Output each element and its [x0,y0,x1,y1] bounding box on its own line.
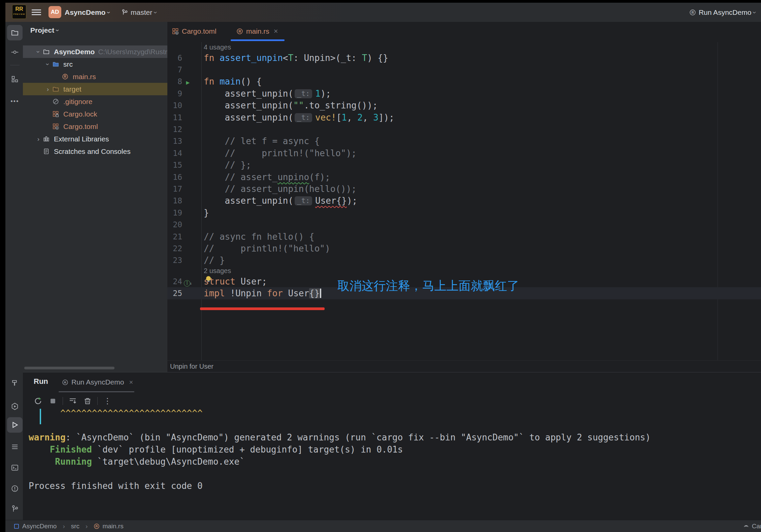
code-line-12[interactable]: 12 [167,123,761,135]
code-token: , [347,112,357,123]
run-configuration-selector[interactable]: R Run AsyncDemo› [689,3,756,22]
problems-tool-button[interactable] [7,482,23,495]
more-tool-windows-button[interactable]: ••• [7,95,23,108]
svg-text:R: R [176,32,178,34]
services-icon [11,443,19,451]
project-panel-header[interactable]: Project› [23,22,167,39]
chevron-down-icon[interactable]: › [35,47,42,57]
project-selector[interactable]: AsyncDemo› [65,3,110,22]
tree-item-external-libraries[interactable]: ›External Libraries [23,133,167,145]
close-icon[interactable]: × [274,27,278,36]
code-line-17[interactable]: 17 // assert_unpin(hello()); [167,183,761,195]
chevron-right-icon[interactable]: › [43,86,53,93]
commit-tool-button[interactable] [7,45,23,59]
profiler-tool-button[interactable] [7,400,23,413]
folder-icon [11,29,19,36]
usages-inlay-hint[interactable]: 2 usages [201,267,231,275]
code-line-6[interactable]: 6fn assert_unpin<T: Unpin>(_t: T) {} [167,52,761,64]
code-line-18[interactable]: 18 assert_unpin(_t:User{}); [167,195,761,207]
code-line-19[interactable]: 19} [167,207,761,219]
code-line-16[interactable]: 16 // assert_unpino(f); [167,171,761,183]
status-breadcrumb-main-rs[interactable]: main.rs [102,523,123,530]
tab-main-rs[interactable]: Rmain.rs× [236,22,278,41]
tree-item-cargo-toml[interactable]: RCargo.toml [23,120,167,133]
editor-breadcrumb-bar[interactable]: Unpin for User [167,360,761,372]
line-number: 21 [173,232,182,241]
status-right[interactable]: Carg [743,523,761,530]
terminal-tool-button[interactable] [7,461,23,474]
tab-cargo-toml[interactable]: RCargo.toml [172,22,217,41]
run-panel-title: Run [34,377,48,386]
rust-file-icon: R [94,523,100,529]
line-number: 25 [173,289,182,298]
run-tab[interactable]: R Run AsyncDemo × [59,374,136,390]
code-line-20[interactable]: 20 [167,219,761,230]
tree-item-cargo-lock[interactable]: Cargo.lock [23,108,167,120]
code-line-13[interactable]: 13 // let f = async { [167,135,761,147]
line-number: 18 [173,196,182,205]
code-line-11[interactable]: 11 assert_unpin(_t:vec![1, 2, 3]); [167,111,761,123]
status-breadcrumbs[interactable]: AsyncDemo›src›Rmain.rs [13,523,124,530]
code-editor[interactable]: 4 usages6fn assert_unpin<T: Unpin>(_t: T… [167,42,761,360]
stop-button[interactable] [48,396,58,406]
code-token: unpino [277,172,309,182]
run-gutter-icon[interactable]: ▶ [186,79,190,86]
project-avatar[interactable]: AD [48,6,61,18]
code-line-21[interactable]: 21// async fn hello() { [167,231,761,242]
code-line-15[interactable]: 15 // }; [167,159,761,171]
chevron-right-icon[interactable]: › [34,135,43,143]
code-token: assert_unpin( [204,196,293,206]
svg-text:R: R [96,524,98,528]
chevron-down-icon: › [55,29,62,32]
code-line-22[interactable]: 22// println!("hello") [167,242,761,254]
structure-tool-button[interactable] [7,72,23,86]
code-token: vec! [315,112,336,123]
branch-selector[interactable]: master› [121,3,157,22]
close-icon[interactable]: × [129,378,133,386]
status-breadcrumb-asyncdemo[interactable]: AsyncDemo [22,523,57,530]
services-tool-button[interactable] [7,440,23,454]
tree-item-target[interactable]: ›target [23,83,167,95]
horizontal-scrollbar[interactable] [24,367,114,369]
rerun-button[interactable] [33,396,43,406]
project-module-icon [13,523,20,529]
intention-bulb-icon[interactable] [206,276,211,281]
code-rows: 4 usages6fn assert_unpin<T: Unpin>(_t: T… [167,43,761,299]
line-number: 15 [173,161,182,169]
clear-console-button[interactable] [82,396,93,406]
tree-item-src[interactable]: ›src [23,58,167,70]
code-token: // println!("hello"); [204,148,357,158]
git-tool-button[interactable] [7,502,23,516]
code-line-8[interactable]: 8▶fn main() { [167,76,761,88]
build-tool-button[interactable] [7,376,23,390]
tool-window-stripe: ••• [5,22,23,520]
status-breadcrumb-src[interactable]: src [71,523,79,530]
toolbar-separator [63,397,63,405]
chevron-down-icon[interactable]: › [44,60,52,69]
profiler-icon [11,403,19,410]
code-line-9[interactable]: 9 assert_unpin(_t:1); [167,88,761,99]
more-options-button[interactable]: ⋮ [102,396,112,406]
main-menu-icon[interactable] [32,8,41,16]
tree-item--gitignore[interactable]: .gitignore [23,95,167,108]
scroll-to-end-button[interactable] [68,396,78,406]
rust-icon: R [689,9,696,16]
code-line-10[interactable]: 10 assert_unpin("".to_string()); [167,100,761,111]
usages-inlay-hint[interactable]: 4 usages [201,43,231,51]
code-token: !Unpin [225,288,267,298]
code-line-7[interactable]: 7 [167,64,761,75]
console-carets-text: ^^^^^^^^^^^^^^^^^^^^^^^^^^^ [60,408,203,418]
console-line: warning: `AsyncDemo` (bin "AsyncDemo") g… [29,432,758,444]
line-number: 7 [177,65,182,74]
code-token: [ [336,112,342,123]
console-output[interactable]: ^^^^^^^^^^^^^^^^^^^^^^^^^^^warning: `Asy… [29,408,758,493]
scope-breadcrumb[interactable]: Unpin for User [170,363,213,370]
run-tool-button[interactable] [7,417,23,433]
tree-item-asyncdemo[interactable]: ›AsyncDemoC:\Users\mzygd\Rustro [23,45,167,58]
project-tool-button[interactable] [7,25,23,40]
tree-item-main-rs[interactable]: Rmain.rs [23,70,167,83]
code-line-23[interactable]: 23// } [167,255,761,266]
code-line-14[interactable]: 14 // println!("hello"); [167,147,761,159]
tree-item-scratches-and-consoles[interactable]: Scratches and Consoles [23,145,167,158]
code-token: T [362,53,367,63]
